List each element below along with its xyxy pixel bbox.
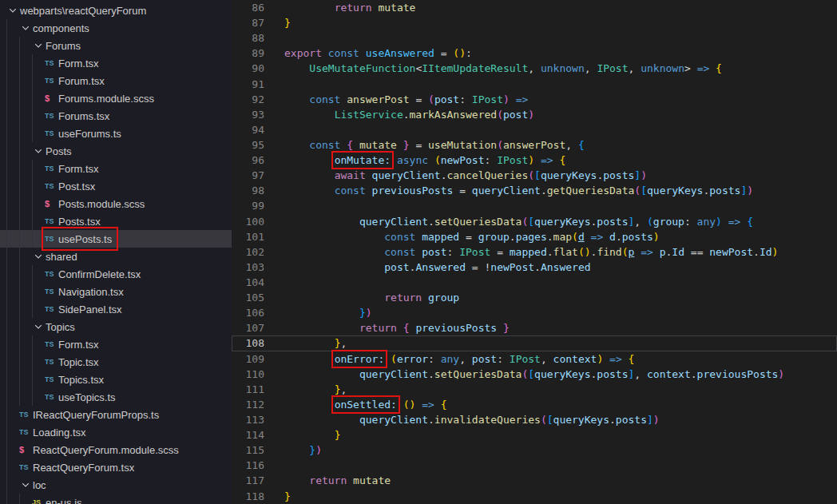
line-number[interactable]: 94 <box>232 122 284 137</box>
file-item[interactable]: $Posts.module.scss <box>0 195 232 212</box>
line-number[interactable]: 108 <box>232 335 284 351</box>
code-line[interactable]: 88 <box>232 30 837 46</box>
code-line[interactable]: 111 }, <box>232 382 837 397</box>
code-line[interactable]: 98 const previousPosts = queryClient.get… <box>232 183 837 198</box>
line-number[interactable]: 97 <box>232 168 284 183</box>
code-line[interactable]: 104 <box>232 275 837 290</box>
line-number[interactable]: 100 <box>232 214 284 229</box>
chevron-down-icon[interactable] <box>32 39 46 52</box>
code-line[interactable]: 100 queryClient.setQueriesData([queryKey… <box>232 214 837 229</box>
code-line[interactable]: 108 }, <box>232 335 837 351</box>
code-line[interactable]: 91 <box>232 77 837 92</box>
line-number[interactable]: 102 <box>232 244 284 260</box>
code-line[interactable]: 101 const mapped = group.pages.map(d => … <box>232 229 837 244</box>
line-number[interactable]: 90 <box>232 61 284 76</box>
code-line[interactable]: 86 return mutate <box>232 0 837 15</box>
file-item[interactable]: TSPost.tsx <box>0 177 232 195</box>
file-item[interactable]: TSForum.tsx <box>0 72 232 89</box>
code-line[interactable]: 106 }) <box>232 305 837 320</box>
code-line[interactable]: 96 onMutate: async (newPost: IPost) => { <box>232 153 837 168</box>
file-item[interactable]: TSSidePanel.tsx <box>0 300 232 318</box>
file-item[interactable]: TSuseTopics.ts <box>0 388 232 406</box>
folder-item[interactable]: components <box>0 19 232 37</box>
file-item[interactable]: TSTopic.tsx <box>0 353 232 371</box>
chevron-down-icon[interactable] <box>19 478 33 491</box>
line-number[interactable]: 117 <box>232 473 284 488</box>
file-item[interactable]: TSuseForums.ts <box>0 125 232 142</box>
line-number[interactable]: 92 <box>232 92 284 107</box>
chevron-down-icon[interactable] <box>6 4 20 17</box>
line-number[interactable]: 115 <box>232 442 284 458</box>
line-number[interactable]: 91 <box>232 77 284 92</box>
folder-item[interactable]: Topics <box>0 318 232 335</box>
code-line[interactable]: 92 const answerPost = (post: IPost) => <box>232 92 837 107</box>
file-item[interactable]: TSTopics.tsx <box>0 371 232 388</box>
file-item[interactable]: JSen-us.js <box>0 494 232 504</box>
folder-item[interactable]: Forums <box>0 37 232 54</box>
chevron-down-icon[interactable] <box>32 145 46 157</box>
file-item[interactable]: TSForums.tsx <box>0 107 232 125</box>
code-line[interactable]: 109 onError: (error: any, post: IPost, c… <box>232 351 837 367</box>
folder-item[interactable]: Posts <box>0 142 232 160</box>
line-number[interactable]: 118 <box>232 489 284 504</box>
code-line[interactable]: 103 post.Answered = !newPost.Answered <box>232 260 837 275</box>
folder-item[interactable]: shared <box>0 248 232 265</box>
file-item[interactable]: $ReactQueryForum.module.scss <box>0 441 232 458</box>
file-item[interactable]: $Forums.module.scss <box>0 89 232 107</box>
file-item[interactable]: TSNavigation.tsx <box>0 283 232 300</box>
line-number[interactable]: 106 <box>232 305 284 320</box>
file-item[interactable]: TSusePosts.ts <box>0 230 232 248</box>
file-item[interactable]: TSConfirmDelete.tsx <box>0 265 232 283</box>
line-number[interactable]: 89 <box>232 46 284 61</box>
line-number[interactable]: 109 <box>232 351 284 367</box>
line-number[interactable]: 99 <box>232 198 284 213</box>
code-line[interactable]: 118} <box>232 489 837 504</box>
line-number[interactable]: 116 <box>232 458 284 473</box>
line-number[interactable]: 93 <box>232 107 284 122</box>
chevron-down-icon[interactable] <box>32 320 46 333</box>
line-number[interactable]: 105 <box>232 290 284 305</box>
code-line[interactable]: 94 <box>232 122 837 137</box>
code-line[interactable]: 110 queryClient.setQueriesData([queryKey… <box>232 367 837 382</box>
file-item[interactable]: TSForm.tsx <box>0 335 232 353</box>
chevron-down-icon[interactable] <box>32 250 46 263</box>
line-number[interactable]: 87 <box>232 15 284 30</box>
code-line[interactable]: 113 queryClient.invalidateQueries([query… <box>232 412 837 427</box>
line-number[interactable]: 96 <box>232 153 284 168</box>
code-line[interactable]: 117 return mutate <box>232 473 837 488</box>
code-line[interactable]: 116 <box>232 458 837 473</box>
file-item[interactable]: TSIReactQueryForumProps.ts <box>0 406 232 423</box>
file-item[interactable]: TSReactQueryForum.tsx <box>0 458 232 476</box>
folder-item[interactable]: loc <box>0 476 232 494</box>
code-line[interactable]: 107 return { previousPosts } <box>232 320 837 335</box>
line-number[interactable]: 103 <box>232 260 284 275</box>
line-number[interactable]: 114 <box>232 427 284 442</box>
file-item[interactable]: TSForm.tsx <box>0 160 232 177</box>
code-editor[interactable]: 86 return mutate87}8889export const useA… <box>232 0 837 504</box>
line-number[interactable]: 88 <box>232 30 284 46</box>
code-line[interactable]: 102 const post: IPost = mapped.flat().fi… <box>232 244 837 260</box>
code-line[interactable]: 99 <box>232 198 837 213</box>
code-line[interactable]: 89export const useAnswered = (): <box>232 46 837 61</box>
file-item[interactable]: TSPosts.tsx <box>0 212 232 230</box>
code-line[interactable]: 112 onSettled: () => { <box>232 397 837 412</box>
line-number[interactable]: 104 <box>232 275 284 290</box>
chevron-down-icon[interactable] <box>19 22 33 34</box>
line-number[interactable]: 98 <box>232 183 284 198</box>
code-line[interactable]: 93 ListService.markAsAnswered(post) <box>232 107 837 122</box>
code-line[interactable]: 97 await queryClient.cancelQueries([quer… <box>232 168 837 183</box>
file-item[interactable]: TSForm.tsx <box>0 54 232 72</box>
code-line[interactable]: 115 }) <box>232 442 837 458</box>
file-item[interactable]: TSLoading.tsx <box>0 423 232 441</box>
line-number[interactable]: 112 <box>232 397 284 412</box>
line-number[interactable]: 101 <box>232 229 284 244</box>
code-line[interactable]: 105 return group <box>232 290 837 305</box>
line-number[interactable]: 95 <box>232 137 284 153</box>
line-number[interactable]: 113 <box>232 412 284 427</box>
line-number[interactable]: 110 <box>232 367 284 382</box>
line-number[interactable]: 86 <box>232 0 284 15</box>
folder-item[interactable]: webparts\reactQueryForum <box>0 2 232 19</box>
code-line[interactable]: 90 UseMutateFunction<IItemUpdateResult, … <box>232 61 837 76</box>
line-number[interactable]: 111 <box>232 382 284 397</box>
code-line[interactable]: 95 const { mutate } = useMutation(answer… <box>232 137 837 153</box>
